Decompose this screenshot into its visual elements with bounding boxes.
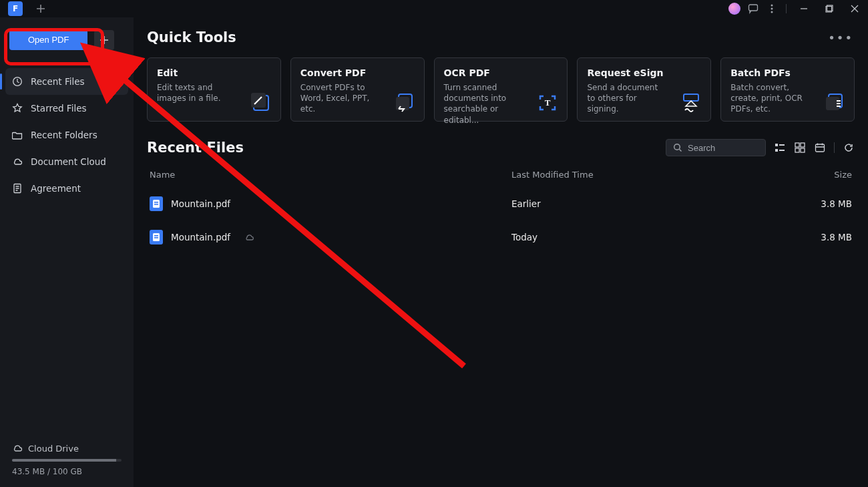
edit-icon	[250, 92, 272, 114]
svg-rect-31	[154, 235, 158, 236]
svg-rect-17	[775, 144, 778, 146]
svg-point-1	[771, 5, 773, 7]
svg-point-3	[771, 11, 773, 13]
file-name: Mountain.pdf	[171, 198, 230, 209]
window-close-button[interactable]	[845, 3, 864, 15]
sidebar-item-label: Document Cloud	[31, 156, 106, 167]
file-size: 3.8 MB	[805, 198, 852, 209]
svg-rect-19	[779, 144, 785, 146]
svg-rect-18	[775, 149, 778, 152]
file-time: Today	[511, 232, 805, 242]
view-list-icon[interactable]	[774, 142, 786, 154]
tool-title: Request eSign	[587, 67, 701, 78]
tool-desc: Convert PDFs to Word, Excel, PPT, etc.	[300, 82, 381, 115]
search-input[interactable]	[688, 143, 758, 153]
content: Quick Tools ••• Edit Edit texts and imag…	[134, 17, 868, 487]
titlebar: F	[0, 0, 868, 17]
svg-rect-32	[154, 237, 158, 238]
tool-desc: Batch convert, create, print, OCR PDFs, …	[730, 82, 811, 115]
svg-rect-25	[816, 144, 825, 152]
svg-point-16	[674, 144, 680, 150]
tool-card-convert[interactable]: Convert PDF Convert PDFs to Word, Excel,…	[290, 57, 425, 122]
svg-rect-13	[684, 94, 698, 101]
app-icon: F	[8, 1, 23, 16]
column-header-size[interactable]: Size	[805, 170, 852, 180]
svg-rect-21	[795, 143, 799, 147]
new-tab-button[interactable]	[32, 4, 49, 13]
svg-rect-20	[779, 150, 785, 151]
sidebar-item-label: Starred Files	[31, 103, 87, 114]
tool-title: Edit	[157, 67, 271, 78]
tool-card-ocr[interactable]: OCR PDF Turn scanned documents into sear…	[434, 57, 568, 122]
sidebar-item-document-cloud[interactable]: Document Cloud	[0, 148, 134, 175]
sidebar-item-recent-files[interactable]: Recent Files	[5, 68, 128, 95]
tool-desc: Edit texts and images in a file.	[157, 82, 237, 104]
tool-desc: Send a document to others for signing.	[587, 82, 667, 115]
cloud-icon	[12, 443, 23, 454]
quick-tools-title: Quick Tools	[147, 29, 236, 45]
folder-icon	[12, 130, 23, 140]
view-calendar-icon[interactable]	[814, 142, 826, 154]
svg-rect-0	[749, 5, 758, 11]
cloud-drive-label: Cloud Drive	[28, 444, 79, 454]
cloud-icon	[12, 156, 23, 167]
search-icon	[673, 143, 682, 152]
star-icon	[12, 103, 23, 114]
pdf-file-icon	[150, 196, 163, 211]
sidebar: Open PDF Recent Files Starred Files Rece…	[0, 17, 134, 487]
file-name: Mountain.pdf	[171, 232, 230, 242]
tool-desc: Turn scanned documents into searchable o…	[444, 82, 524, 126]
document-icon	[12, 183, 23, 194]
file-row[interactable]: Mountain.pdf Earlier 3.8 MB	[147, 187, 855, 220]
kebab-menu-icon[interactable]	[766, 3, 778, 15]
column-header-name[interactable]: Name	[150, 170, 511, 180]
storage-bar	[12, 459, 122, 462]
search-box[interactable]	[666, 139, 766, 156]
storage-text: 43.5 MB / 100 GB	[12, 467, 122, 476]
cloud-drive-row[interactable]: Cloud Drive	[12, 443, 122, 454]
file-size: 3.8 MB	[805, 232, 852, 242]
svg-text:T: T	[545, 98, 551, 108]
batch-icon	[823, 92, 846, 114]
feedback-icon[interactable]	[747, 3, 759, 15]
svg-rect-29	[154, 204, 158, 205]
sidebar-item-label: Recent Folders	[31, 130, 97, 140]
view-grid-icon[interactable]	[794, 142, 806, 154]
svg-rect-24	[801, 148, 805, 152]
quick-tools-more-button[interactable]: •••	[827, 31, 855, 45]
window-maximize-button[interactable]	[820, 3, 839, 15]
table-header: Name Last Modified Time Size	[147, 163, 855, 187]
tool-card-batch[interactable]: Batch PDFs Batch convert, create, print,…	[720, 57, 855, 122]
separator	[786, 4, 787, 13]
open-pdf-button[interactable]: Open PDF	[9, 29, 87, 50]
file-time: Earlier	[511, 198, 805, 209]
tool-title: OCR PDF	[444, 67, 558, 78]
pdf-file-icon	[150, 230, 163, 245]
svg-point-2	[771, 8, 773, 10]
cloud-badge-icon	[244, 232, 254, 242]
separator	[834, 142, 835, 153]
avatar[interactable]	[728, 3, 740, 15]
refresh-icon[interactable]	[843, 142, 855, 154]
svg-rect-22	[801, 143, 805, 147]
file-row[interactable]: Mountain.pdf Today 3.8 MB	[147, 220, 855, 254]
column-header-time[interactable]: Last Modified Time	[511, 170, 805, 180]
svg-rect-28	[154, 202, 158, 203]
sidebar-item-starred-files[interactable]: Starred Files	[0, 95, 134, 122]
recent-files-title: Recent Files	[147, 140, 244, 156]
tool-card-esign[interactable]: Request eSign Send a document to others …	[577, 57, 711, 122]
sidebar-item-agreement[interactable]: Agreement	[0, 175, 134, 202]
divider	[8, 62, 126, 63]
new-file-button[interactable]	[94, 30, 114, 50]
clock-icon	[12, 76, 23, 87]
svg-rect-23	[795, 148, 799, 152]
ocr-icon: T	[536, 92, 559, 114]
sidebar-item-recent-folders[interactable]: Recent Folders	[0, 122, 134, 148]
tool-title: Batch PDFs	[730, 67, 845, 78]
convert-icon	[393, 92, 416, 114]
sidebar-item-label: Agreement	[31, 183, 81, 194]
tool-card-edit[interactable]: Edit Edit texts and images in a file.	[147, 57, 281, 122]
tool-title: Convert PDF	[300, 67, 415, 78]
window-minimize-button[interactable]	[795, 3, 813, 15]
sidebar-item-label: Recent Files	[31, 76, 85, 87]
